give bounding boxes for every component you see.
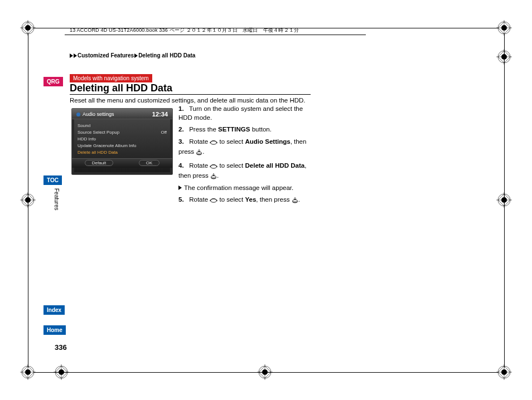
- step-2: 2. Press the SETTINGS button.: [178, 125, 312, 134]
- list-item: Source Select PopupOff: [78, 129, 167, 136]
- list-item: HDD Info: [78, 136, 167, 143]
- dial-icon: [210, 163, 217, 172]
- crop-line: [28, 33, 28, 368]
- model-badge: Models with navigation system: [70, 74, 152, 82]
- press-icon: [292, 197, 298, 206]
- step-4: 4. Rotate to select Delete all HDD Data,…: [178, 162, 312, 193]
- triangle-right-icon: [74, 53, 77, 58]
- breadcrumb-level1: Customized Features: [78, 52, 134, 58]
- step-3: 3. Rotate to select Audio Settings, then…: [178, 138, 312, 158]
- screen-title: Audio settings: [83, 111, 114, 117]
- list-item: Sound: [78, 123, 167, 129]
- tab-qrg[interactable]: QRG: [43, 77, 63, 86]
- steps-list: 1. Turn on the audio system and select t…: [178, 105, 312, 209]
- screen-ok-button: OK: [139, 160, 160, 166]
- triangle-right-icon: [134, 53, 138, 58]
- screen-list: Sound Source Select PopupOff HDD Info Up…: [72, 119, 172, 158]
- dial-icon: [210, 197, 217, 206]
- tab-home[interactable]: Home: [43, 325, 66, 335]
- crop-line: [33, 372, 499, 373]
- press-icon: [210, 173, 217, 182]
- crop-line: [504, 33, 505, 368]
- list-item: Update Gracenote Album Info: [78, 143, 167, 149]
- section-label: Features: [54, 188, 60, 210]
- tab-index[interactable]: Index: [43, 305, 65, 315]
- step-1: 1. Turn on the audio system and select t…: [178, 105, 312, 122]
- screen-default-button: Default: [85, 160, 113, 166]
- breadcrumb: Customized FeaturesDeleting all HDD Data: [70, 52, 195, 58]
- triangle-right-icon: [70, 53, 73, 58]
- list-item-highlighted: Delete all HDD Data: [78, 149, 167, 156]
- intro-text: Reset all the menu and customized settin…: [70, 97, 315, 104]
- title-rule: [70, 94, 311, 95]
- screen-clock: 12:34: [152, 111, 168, 118]
- breadcrumb-level2: Deleting all HDD Data: [138, 52, 195, 58]
- tab-toc[interactable]: TOC: [43, 175, 62, 185]
- page-number: 336: [55, 343, 67, 352]
- page-title: Deleting all HDD Data: [70, 82, 172, 94]
- step-5: 5. Rotate to select Yes, then press .: [178, 196, 312, 206]
- book-header: 13 ACCORD 4D US-31T2A6000.book 336 ページ ２…: [70, 27, 299, 34]
- bullet-icon: [76, 113, 80, 116]
- dial-icon: [210, 139, 217, 148]
- press-icon: [196, 149, 202, 158]
- crop-line: [65, 35, 366, 35]
- device-screenshot: Audio settings 12:34 Sound Source Select…: [71, 108, 173, 175]
- triangle-right-icon: [178, 186, 182, 190]
